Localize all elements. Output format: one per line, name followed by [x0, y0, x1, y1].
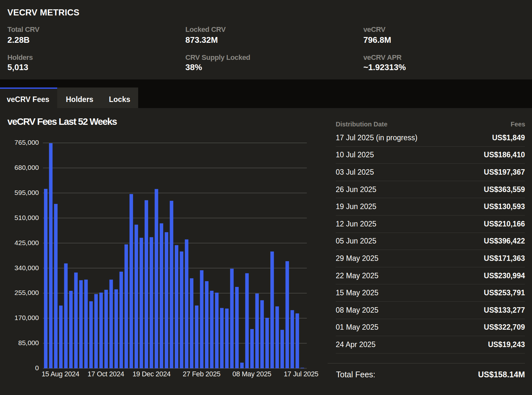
- svg-text:680,000: 680,000: [14, 164, 39, 171]
- svg-text:85,000: 85,000: [18, 339, 39, 346]
- svg-text:510,000: 510,000: [14, 214, 39, 221]
- svg-text:08 May 2025: 08 May 2025: [232, 370, 271, 378]
- svg-text:425,000: 425,000: [14, 239, 39, 246]
- svg-text:19 Dec 2024: 19 Dec 2024: [132, 370, 171, 378]
- svg-text:255,000: 255,000: [14, 289, 39, 296]
- svg-text:595,000: 595,000: [14, 189, 39, 196]
- svg-text:15 Aug 2024: 15 Aug 2024: [41, 370, 79, 378]
- svg-text:27 Feb 2025: 27 Feb 2025: [183, 370, 221, 378]
- svg-text:17 Jul 2025: 17 Jul 2025: [284, 370, 318, 378]
- svg-text:765,000: 765,000: [14, 139, 39, 146]
- svg-text:170,000: 170,000: [14, 314, 39, 321]
- svg-text:17 Oct 2024: 17 Oct 2024: [87, 370, 124, 378]
- svg-text:340,000: 340,000: [14, 264, 39, 271]
- svg-text:0: 0: [35, 364, 39, 372]
